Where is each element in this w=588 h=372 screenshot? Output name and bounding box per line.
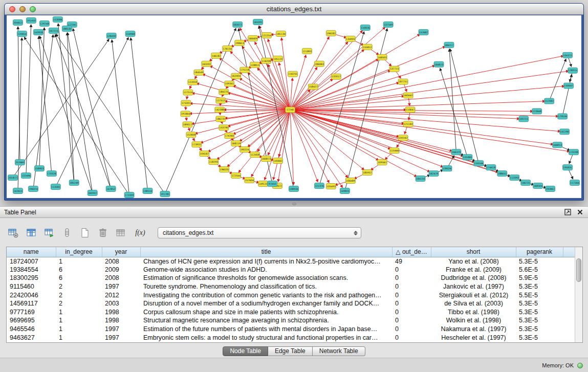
table-row[interactable]: 946362711997Embryonic stem cells: a mode…: [7, 333, 575, 342]
graph-node[interactable]: 172309: [124, 192, 134, 198]
graph-node[interactable]: 129748: [39, 20, 49, 26]
graph-node[interactable]: 204612: [13, 19, 23, 25]
edit-columns-button[interactable]: [42, 226, 56, 239]
graph-node[interactable]: 189017: [183, 122, 192, 127]
graph-node[interactable]: 105493: [326, 184, 336, 189]
graph-node[interactable]: 109341: [225, 81, 234, 86]
graph-node[interactable]: 165391: [253, 19, 263, 25]
graph-node[interactable]: 162004: [231, 73, 241, 79]
table-cell[interactable]: de Silva et al. (2003): [431, 299, 516, 308]
table-row[interactable]: 969969511998Structural magnetic resonanc…: [7, 316, 575, 325]
graph-node[interactable]: 159246: [474, 161, 484, 166]
graph-node[interactable]: 121893: [302, 48, 312, 54]
table-cell[interactable]: Jankovic et al. (1997): [431, 282, 516, 291]
tab-network-table[interactable]: Network Table: [313, 346, 365, 356]
graph-edge[interactable]: [56, 39, 127, 187]
table-cell[interactable]: 0: [392, 266, 431, 274]
graph-node[interactable]: 185957: [362, 170, 372, 176]
table-row[interactable]: 946554611997Estimation of the future num…: [7, 325, 575, 334]
table-cell[interactable]: Estimation of significance thresholds fo…: [140, 274, 392, 282]
graph-node[interactable]: 153790: [219, 125, 229, 130]
graph-node[interactable]: 146731: [521, 180, 531, 186]
graph-node[interactable]: 139026: [442, 166, 452, 171]
table-cell[interactable]: 9463627: [7, 333, 56, 342]
graph-edge[interactable]: [290, 110, 293, 183]
table-cell[interactable]: 2008: [102, 274, 140, 282]
close-window-button[interactable]: [9, 6, 15, 12]
table-cell[interactable]: 2012: [102, 291, 140, 299]
table-cell[interactable]: Embryonic stem cells: a model to study s…: [140, 333, 392, 342]
table-cell[interactable]: 5.3E-5: [516, 316, 563, 325]
graph-edge[interactable]: [290, 101, 543, 110]
table-cell[interactable]: 0: [392, 316, 431, 325]
table-row[interactable]: 977716911998Corpus callosum shape and si…: [7, 308, 575, 317]
graph-edge[interactable]: [290, 57, 306, 110]
table-cell[interactable]: 5.3E-5: [516, 282, 563, 291]
graph-node[interactable]: 123648: [532, 108, 542, 114]
graph-node[interactable]: 142388: [215, 107, 225, 113]
graph-node[interactable]: 175301: [181, 100, 191, 106]
graph-edge[interactable]: [204, 75, 290, 110]
table-cell[interactable]: 19384554: [7, 266, 56, 274]
table-cell[interactable]: Structural magnetic resonance image aver…: [140, 316, 392, 325]
graph-edge[interactable]: [562, 76, 571, 116]
graph-node[interactable]: 152687: [419, 29, 428, 35]
table-cell[interactable]: 2: [56, 299, 102, 308]
graph-node[interactable]: 173932: [192, 142, 202, 147]
table-row[interactable]: 911546021997Tourette syndrome. Phenomeno…: [7, 282, 575, 291]
column-header-out_de[interactable]: △ out_de…: [392, 247, 431, 257]
graph-edge[interactable]: [40, 38, 93, 193]
rows-button[interactable]: [60, 226, 74, 239]
graph-node[interactable]: 190224: [240, 147, 250, 152]
table-cell[interactable]: Investigating the contribution of common…: [140, 291, 392, 299]
graph-node[interactable]: 127512: [216, 98, 226, 103]
graph-node[interactable]: 116208: [262, 58, 271, 63]
graph-node[interactable]: 118293: [209, 159, 219, 165]
graph-node[interactable]: 145662: [273, 158, 283, 164]
graph-node[interactable]: 164823: [434, 61, 444, 67]
graph-node[interactable]: 186217: [444, 42, 454, 48]
graph-node[interactable]: 168119: [231, 141, 241, 146]
table-cell[interactable]: Franke et al. (2009): [431, 266, 516, 274]
graph-node[interactable]: 122059: [188, 79, 198, 85]
minimize-window-button[interactable]: [19, 6, 26, 12]
graph-node[interactable]: 166409: [248, 35, 258, 41]
close-panel-icon[interactable]: [577, 209, 583, 215]
table-cell[interactable]: 49: [392, 257, 431, 266]
table-cell[interactable]: 14569117: [7, 299, 56, 308]
graph-node[interactable]: 106489: [345, 178, 355, 184]
table-cell[interactable]: 22420046: [7, 291, 56, 299]
graph-node[interactable]: 108934: [289, 186, 299, 192]
delete-table-button[interactable]: [96, 226, 110, 239]
table-cell[interactable]: 0: [392, 333, 431, 342]
graph-edge[interactable]: [290, 110, 346, 176]
graph-edge[interactable]: [290, 29, 384, 110]
column-header-year[interactable]: year: [102, 247, 140, 257]
table-cell[interactable]: 0: [392, 299, 431, 308]
table-cell[interactable]: 9699695: [7, 316, 56, 325]
table-cell[interactable]: Tourette syndrome. Phenomenology and cla…: [140, 282, 392, 291]
graph-node[interactable]: 183072: [233, 21, 243, 27]
graph-edge[interactable]: [549, 61, 565, 101]
graph-node[interactable]: 191864: [181, 111, 190, 117]
table-row[interactable]: 1938455462009Genome-wide association stu…: [7, 266, 575, 274]
table-cell[interactable]: 1: [56, 316, 102, 325]
table-cell[interactable]: 5.3E-5: [516, 333, 563, 342]
graph-node[interactable]: 128815: [250, 62, 260, 68]
table-cell[interactable]: 1997: [102, 333, 140, 342]
float-panel-icon[interactable]: [564, 209, 571, 215]
graph-edge[interactable]: [131, 40, 148, 191]
table-cell[interactable]: 1: [56, 325, 102, 334]
table-cell[interactable]: 0: [392, 274, 431, 282]
graph-node[interactable]: 135980: [463, 155, 472, 160]
graph-node[interactable]: 148503: [377, 54, 387, 60]
graph-node[interactable]: 150647: [564, 83, 574, 89]
graph-node[interactable]: 128915: [568, 68, 578, 73]
graph-node[interactable]: 179536: [558, 114, 568, 119]
table-cell[interactable]: 9115460: [7, 282, 56, 291]
graph-node[interactable]: 198613: [235, 40, 245, 46]
graph-node[interactable]: 121376: [314, 183, 324, 189]
table-cell[interactable]: 1997: [102, 282, 140, 291]
network-canvas[interactable]: 1724018113412125416640919861317615414618…: [7, 15, 581, 198]
graph-node[interactable]: 196074: [28, 186, 38, 192]
